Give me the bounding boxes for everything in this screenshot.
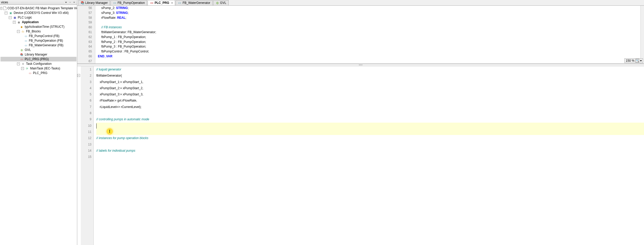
tree-toggle-icon[interactable]: −: [21, 67, 24, 70]
fb-icon: ▭: [113, 1, 116, 5]
panel-close-icon[interactable]: ×: [72, 1, 76, 4]
tree-fb-blocks-folder[interactable]: − 🗀 FB_Blocks: [1, 29, 76, 34]
tab-fb-pumpoperation[interactable]: ▭ FB_PumpOperation: [110, 0, 147, 5]
code-content[interactable]: // luquid generatorfbWaterGenerator( xPu…: [94, 66, 644, 245]
editor-tabs: 📚 Library Manager ▭ FB_PumpOperation ▭ P…: [77, 0, 644, 6]
tree-maintask[interactable]: − ⟳ MainTask (IEC-Tasks): [1, 66, 76, 71]
tree-device[interactable]: − ▣ Device (CODESYS Control Win V3 x64): [1, 11, 76, 15]
tree-toggle-icon[interactable]: −: [17, 62, 20, 65]
zoom-control[interactable]: 150 % 🔍 ▾: [624, 58, 643, 63]
tree-plc-prg[interactable]: ▭ PLC_PRG (PRG): [1, 57, 76, 61]
tree-label: Application: [22, 20, 39, 24]
tree-toggle-icon[interactable]: −: [13, 21, 16, 24]
file-icon: [3, 6, 6, 10]
tree-label: Device (CODESYS Control Win V3 x64): [14, 11, 68, 15]
tree-struct[interactable]: ◆ typActivationTime (STRUCT): [1, 24, 76, 29]
struct-icon: ◆: [20, 25, 24, 29]
tree-label: FB_PumpOperation (FB): [29, 39, 63, 42]
task-icon: ⟳: [25, 66, 29, 70]
tree-toggle-icon[interactable]: −: [9, 16, 12, 19]
scrollbar[interactable]: [640, 6, 644, 63]
fb-icon: ▭: [24, 34, 28, 38]
prg-icon: ▭: [20, 57, 24, 61]
gvl-icon: ◍: [216, 1, 219, 5]
tree-label: COD-ST-EN-BASIC FB Main Program Template…: [7, 6, 77, 10]
text-cursor-marker: I: [107, 128, 113, 134]
line-gutter: 565758596061626364656667: [77, 6, 95, 63]
gvl-icon: ◍: [20, 48, 24, 52]
tree-task-config[interactable]: − ⚙ Task Configuration: [1, 61, 76, 66]
tree-label: Library Manager: [25, 53, 47, 56]
editor-splitter[interactable]: [77, 64, 644, 66]
app-icon: ◉: [17, 20, 21, 24]
zoom-icon[interactable]: 🔍: [636, 59, 639, 62]
editor-panel: 📚 Library Manager ▭ FB_PumpOperation ▭ P…: [77, 0, 644, 245]
code-content[interactable]: sPump_2: STRING; sPump_3: STRING; rFlowR…: [95, 6, 640, 63]
tab-label: GVL: [220, 1, 226, 5]
tree-plcprg-task[interactable]: ▭ PLC_PRG: [1, 71, 76, 75]
fold-gutter[interactable]: −: [77, 66, 81, 245]
tree-fb-pumpcontrol[interactable]: ▭ FB_PumpControl (FB): [1, 34, 76, 38]
zoom-dropdown-icon[interactable]: ▾: [640, 59, 642, 62]
tree-label: PLC Logic: [18, 16, 32, 19]
tab-label: FB_PumpOperation: [117, 1, 145, 5]
tab-label: Library Manager: [85, 1, 108, 5]
panel-dropdown-icon[interactable]: ▾: [64, 1, 68, 4]
folder-icon: 🗀: [21, 29, 25, 33]
plc-icon: ▦: [13, 15, 17, 20]
device-panel-title: vices: [1, 1, 8, 4]
tree-label: FB_Blocks: [26, 30, 41, 33]
tab-gvl[interactable]: ◍ GVL: [213, 0, 229, 5]
tree-label: GVL: [25, 48, 31, 52]
library-icon: 📚: [20, 52, 24, 57]
panel-pin-icon[interactable]: ▫: [68, 1, 72, 4]
prg-icon: ▭: [150, 1, 153, 5]
tree-label: PLC_PRG: [33, 71, 47, 75]
tree-label: Task Configuration: [26, 62, 51, 66]
device-icon: ▣: [8, 11, 13, 15]
tree-library-manager[interactable]: 📚 Library Manager: [1, 52, 76, 57]
tab-label: PLC_PRG: [154, 1, 169, 5]
tree-root[interactable]: − COD-ST-EN-BASIC FB Main Program Templa…: [1, 6, 76, 11]
fb-icon: ▭: [178, 1, 182, 5]
fb-icon: ▭: [24, 39, 28, 43]
tree-gvl[interactable]: ◍ GVL: [1, 48, 76, 52]
tree-toggle-icon[interactable]: −: [1, 7, 2, 10]
fb-icon: ▭: [24, 43, 28, 47]
tree-plc-logic[interactable]: − ▦ PLC Logic: [1, 15, 76, 20]
tree-label: FB_PumpControl (FB): [29, 34, 59, 38]
tree-fb-pumpoperation[interactable]: ▭ FB_PumpOperation (FB): [1, 38, 76, 43]
implementation-section[interactable]: − 123456789101112131415 // luquid genera…: [77, 66, 644, 245]
tree-toggle-icon[interactable]: −: [17, 30, 20, 33]
tree-label: FB_WaterGenerator (FB): [29, 43, 63, 47]
tab-plc-prg[interactable]: ▭ PLC_PRG ×: [148, 0, 175, 5]
zoom-value: 150 %: [626, 59, 634, 62]
library-icon: 📚: [81, 1, 84, 5]
device-panel-header: vices ▾ ▫ ×: [0, 0, 77, 5]
device-tree-panel: vices ▾ ▫ × − COD-ST-EN-BASIC FB Main Pr…: [0, 0, 77, 245]
tree-fb-watergenerator[interactable]: ▭ FB_WaterGenerator (FB): [1, 43, 76, 48]
tab-fb-watergenerator[interactable]: ▭ FB_WaterGenerator: [176, 0, 213, 5]
tree-toggle-icon[interactable]: −: [5, 12, 7, 14]
fold-toggle-icon[interactable]: −: [77, 74, 80, 77]
tree-label: typActivationTime (STRUCT): [25, 25, 64, 29]
code-editor: 565758596061626364656667 sPump_2: STRING…: [77, 6, 644, 245]
device-tree[interactable]: − COD-ST-EN-BASIC FB Main Program Templa…: [0, 5, 77, 76]
tree-application[interactable]: − ◉ Application: [1, 20, 76, 24]
tree-label: PLC_PRG (PRG): [25, 57, 49, 61]
tab-close-icon[interactable]: ×: [171, 2, 173, 4]
task-config-icon: ⚙: [21, 62, 25, 66]
tab-library-manager[interactable]: 📚 Library Manager: [78, 0, 110, 5]
line-gutter: 123456789101112131415: [81, 66, 94, 245]
prg-icon: ▭: [28, 71, 32, 75]
tree-label: MainTask (IEC-Tasks): [30, 67, 60, 70]
tab-label: FB_WaterGenerator: [183, 1, 210, 5]
declaration-section[interactable]: 565758596061626364656667 sPump_2: STRING…: [77, 6, 644, 64]
